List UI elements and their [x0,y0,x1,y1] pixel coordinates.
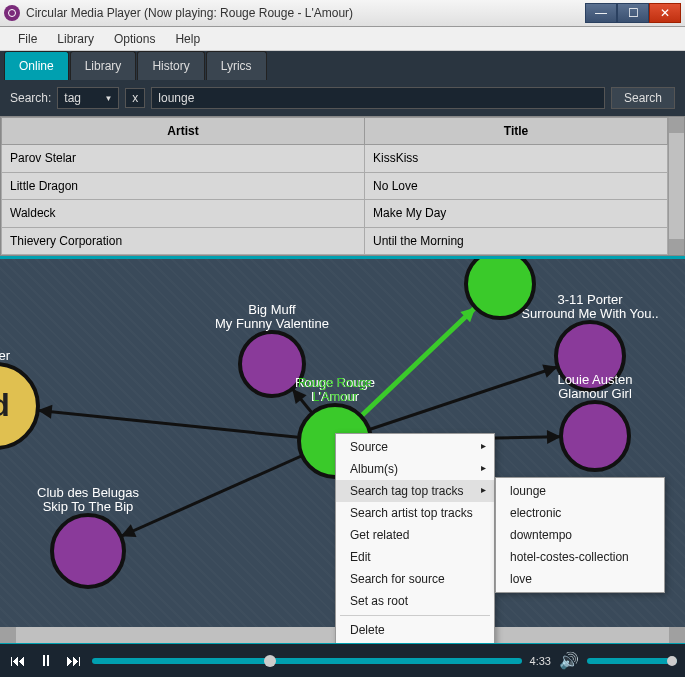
context-submenu: loungeelectronicdowntempohotel-costes-co… [495,477,665,593]
graph-view[interactable]: dloserdBig MuffMy Funny ValentineRouge R… [0,256,685,643]
pause-button[interactable]: ⏸ [36,652,56,670]
svg-text:L'Amour: L'Amour [313,390,357,404]
graph-node[interactable] [561,402,629,470]
app-icon [4,5,20,21]
col-title[interactable]: Title [365,118,668,145]
tab-online[interactable]: Online [4,51,69,80]
table-row[interactable]: Thievery CorporationUntil the Morning [2,227,668,255]
minimize-button[interactable]: — [585,3,617,23]
table-scrollbar[interactable] [668,117,684,255]
svg-text:Club des Belugas: Club des Belugas [37,485,139,500]
col-artist[interactable]: Artist [2,118,365,145]
menu-item[interactable]: Search tag top tracks [336,480,494,502]
svg-text:Rouge Rouge: Rouge Rouge [298,376,372,390]
tabbar: Online Library History Lyrics [0,51,685,80]
next-button[interactable]: ⏭ [64,652,84,670]
seek-slider[interactable] [92,658,522,664]
svg-marker-5 [542,365,557,378]
submenu-item[interactable]: electronic [496,502,664,524]
svg-text:Glamour Girl: Glamour Girl [558,386,632,401]
tab-library[interactable]: Library [70,51,137,80]
menu-help[interactable]: Help [165,28,210,50]
volume-slider[interactable] [587,658,677,664]
menu-library[interactable]: Library [47,28,104,50]
svg-text:d: d [0,387,10,423]
search-label: Search: [10,91,51,105]
submenu-item[interactable]: love [496,568,664,590]
table-row[interactable]: Parov StelarKissKiss [2,145,668,173]
submenu-item[interactable]: downtempo [496,524,664,546]
menu-file[interactable]: File [8,28,47,50]
table-row[interactable]: WaldeckMake My Day [2,200,668,228]
menubar: File Library Options Help [0,27,685,51]
graph-node[interactable] [466,259,534,318]
submenu-item[interactable]: hotel-costes-collection [496,546,664,568]
svg-text:3-11 Porter: 3-11 Porter [557,292,623,307]
menu-item[interactable]: Source [336,436,494,458]
svg-text:loser: loser [0,348,11,363]
prev-button[interactable]: ⏮ [8,652,28,670]
menu-item[interactable]: Set as root [336,590,494,612]
tab-lyrics[interactable]: Lyrics [206,51,267,80]
titlebar: Circular Media Player (Now playing: Roug… [0,0,685,27]
search-mode-select[interactable]: tag [57,87,119,109]
table-row[interactable]: Little DragonNo Love [2,172,668,200]
menu-item[interactable]: Edit [336,546,494,568]
svg-text:Big Muff: Big Muff [248,302,296,317]
svg-text:My Funny Valentine: My Funny Valentine [215,316,329,331]
volume-icon[interactable]: 🔊 [559,651,579,670]
svg-marker-7 [547,430,561,444]
searchbar: Search: tag x Search [0,80,685,116]
window-title: Circular Media Player (Now playing: Roug… [26,6,585,20]
maximize-button[interactable]: ☐ [617,3,649,23]
svg-text:Surround Me With You..: Surround Me With You.. [521,306,658,321]
context-menu: SourceAlbum(s)Search tag top tracksSearc… [335,433,495,643]
menu-item[interactable]: Search for source [336,568,494,590]
player-bar: ⏮ ⏸ ⏭ 4:33 🔊 [0,643,685,677]
results-table: Artist Title Parov StelarKissKissLittle … [0,116,685,256]
submenu-item[interactable]: lounge [496,480,664,502]
time-display: 4:33 [530,655,551,667]
close-button[interactable]: ✕ [649,3,681,23]
menu-item[interactable]: Search artist top tracks [336,502,494,524]
search-input[interactable] [151,87,605,109]
svg-text:Louie Austen: Louie Austen [557,372,632,387]
search-button[interactable]: Search [611,87,675,109]
svg-text:Skip To The Bip: Skip To The Bip [43,499,134,514]
menu-item[interactable]: Album(s) [336,458,494,480]
menu-item[interactable]: Delete siblings [336,641,494,643]
clear-search-button[interactable]: x [125,88,145,108]
graph-node[interactable] [52,515,124,587]
menu-item[interactable]: Delete [336,619,494,641]
menu-options[interactable]: Options [104,28,165,50]
menu-item[interactable]: Get related [336,524,494,546]
tab-history[interactable]: History [137,51,204,80]
